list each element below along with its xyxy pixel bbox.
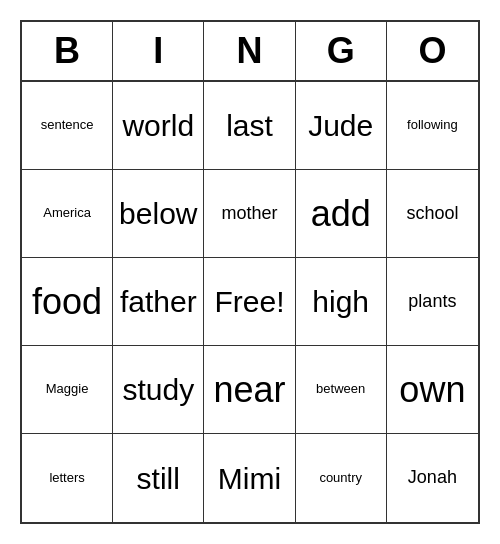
cell-text: own [399, 370, 465, 410]
bingo-cell[interactable]: study [113, 346, 204, 434]
cell-text: between [316, 382, 365, 396]
bingo-cell[interactable]: world [113, 82, 204, 170]
header-letter: N [204, 22, 295, 80]
bingo-cell[interactable]: America [22, 170, 113, 258]
bingo-cell[interactable]: below [113, 170, 204, 258]
bingo-cell[interactable]: letters [22, 434, 113, 522]
bingo-cell[interactable]: high [296, 258, 387, 346]
bingo-cell[interactable]: father [113, 258, 204, 346]
header-letter: G [296, 22, 387, 80]
bingo-cell[interactable]: Mimi [204, 434, 295, 522]
cell-text: father [120, 285, 197, 318]
bingo-cell[interactable]: plants [387, 258, 478, 346]
cell-text: near [213, 370, 285, 410]
cell-text: sentence [41, 118, 94, 132]
bingo-cell[interactable]: Maggie [22, 346, 113, 434]
cell-text: add [311, 194, 371, 234]
cell-text: following [407, 118, 458, 132]
bingo-cell[interactable]: food [22, 258, 113, 346]
bingo-card: BINGO sentenceworldlastJudefollowingAmer… [20, 20, 480, 524]
bingo-cell[interactable]: Free! [204, 258, 295, 346]
cell-text: high [312, 285, 369, 318]
bingo-cell[interactable]: Jonah [387, 434, 478, 522]
header-letter: O [387, 22, 478, 80]
cell-text: Mimi [218, 462, 281, 495]
bingo-cell[interactable]: school [387, 170, 478, 258]
cell-text: world [122, 109, 194, 142]
bingo-cell[interactable]: near [204, 346, 295, 434]
cell-text: Free! [214, 285, 284, 318]
cell-text: Maggie [46, 382, 89, 396]
bingo-cell[interactable]: Jude [296, 82, 387, 170]
cell-text: Jude [308, 109, 373, 142]
bingo-cell[interactable]: last [204, 82, 295, 170]
bingo-header: BINGO [22, 22, 478, 82]
cell-text: plants [408, 292, 456, 312]
cell-text: America [43, 206, 91, 220]
cell-text: last [226, 109, 273, 142]
bingo-cell[interactable]: add [296, 170, 387, 258]
bingo-cell[interactable]: own [387, 346, 478, 434]
cell-text: letters [49, 471, 84, 485]
header-letter: I [113, 22, 204, 80]
cell-text: study [122, 373, 194, 406]
bingo-cell[interactable]: mother [204, 170, 295, 258]
cell-text: country [319, 471, 362, 485]
cell-text: mother [221, 204, 277, 224]
bingo-grid: sentenceworldlastJudefollowingAmericabel… [22, 82, 478, 522]
bingo-cell[interactable]: sentence [22, 82, 113, 170]
cell-text: still [137, 462, 180, 495]
cell-text: food [32, 282, 102, 322]
bingo-cell[interactable]: following [387, 82, 478, 170]
bingo-cell[interactable]: between [296, 346, 387, 434]
bingo-cell[interactable]: still [113, 434, 204, 522]
cell-text: school [406, 204, 458, 224]
header-letter: B [22, 22, 113, 80]
cell-text: below [119, 197, 197, 230]
cell-text: Jonah [408, 468, 457, 488]
bingo-cell[interactable]: country [296, 434, 387, 522]
